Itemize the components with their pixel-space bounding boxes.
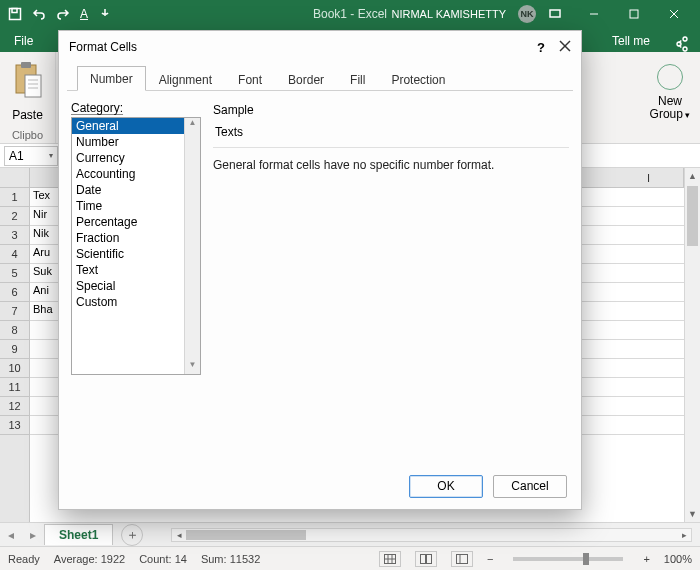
status-ready: Ready: [8, 553, 40, 565]
new-group-label-2[interactable]: Group: [650, 107, 683, 121]
minimize-button[interactable]: [574, 0, 614, 28]
zoom-level[interactable]: 100%: [664, 553, 692, 565]
status-sum-label: Sum:: [201, 553, 227, 565]
tell-me[interactable]: Tell me: [602, 30, 660, 52]
row-header[interactable]: 3: [0, 226, 29, 245]
status-count-value: 14: [175, 553, 187, 565]
cancel-button[interactable]: Cancel: [493, 475, 567, 498]
listbox-scrollbar[interactable]: ▲ ▼: [184, 118, 200, 374]
format-description: General format cells have no specific nu…: [213, 158, 569, 172]
row-header[interactable]: 6: [0, 283, 29, 302]
sheet-nav-next-icon[interactable]: ▸: [22, 528, 44, 542]
sheet-tab-bar: ◂ ▸ Sheet1 ＋ ◂ ▸: [0, 522, 700, 546]
zoom-slider[interactable]: [513, 557, 623, 561]
status-count-label: Count:: [139, 553, 171, 565]
category-item-special[interactable]: Special: [72, 278, 184, 294]
svg-rect-9: [25, 75, 41, 97]
category-item-general[interactable]: General: [72, 118, 184, 134]
redo-icon[interactable]: [56, 7, 70, 21]
dialog-help-button[interactable]: ?: [537, 40, 545, 55]
save-icon[interactable]: [8, 7, 22, 21]
category-item-currency[interactable]: Currency: [72, 150, 184, 166]
svg-rect-19: [456, 554, 467, 563]
file-tab[interactable]: File: [4, 30, 43, 52]
status-avg-value: 1922: [101, 553, 125, 565]
clipboard-group-label: Clipbo: [12, 127, 43, 141]
maximize-button[interactable]: [614, 0, 654, 28]
window-close-button[interactable]: [654, 0, 694, 28]
scrollbar-thumb[interactable]: [687, 186, 698, 246]
new-group-icon[interactable]: [657, 64, 683, 90]
paste-icon[interactable]: [11, 58, 45, 102]
tab-border[interactable]: Border: [275, 67, 337, 91]
category-label: Category:: [71, 101, 201, 115]
tab-fill[interactable]: Fill: [337, 67, 378, 91]
scroll-left-icon[interactable]: ◂: [172, 530, 186, 540]
zoom-out-icon[interactable]: −: [487, 553, 493, 565]
row-header[interactable]: 2: [0, 207, 29, 226]
svg-rect-1: [12, 9, 17, 13]
row-header[interactable]: 8: [0, 321, 29, 340]
row-header[interactable]: 7: [0, 302, 29, 321]
name-box[interactable]: A1 ▾: [4, 146, 58, 166]
row-header[interactable]: 9: [0, 340, 29, 359]
column-header[interactable]: I: [614, 168, 684, 187]
vertical-scrollbar[interactable]: ▲ ▼: [684, 168, 700, 522]
normal-view-icon[interactable]: [379, 551, 401, 567]
scroll-up-icon[interactable]: ▲: [685, 168, 700, 184]
tab-font[interactable]: Font: [225, 67, 275, 91]
tab-protection[interactable]: Protection: [378, 67, 458, 91]
sample-label: Sample: [213, 103, 569, 117]
category-listbox[interactable]: General Number Currency Accounting Date …: [71, 117, 201, 375]
scrollbar-thumb[interactable]: [186, 530, 306, 540]
window-title: Book1 - Excel: [313, 7, 387, 21]
avatar[interactable]: NK: [518, 5, 536, 23]
tab-number[interactable]: Number: [77, 66, 146, 91]
sheet-nav-prev-icon[interactable]: ◂: [0, 528, 22, 542]
scroll-down-icon[interactable]: ▼: [185, 360, 200, 374]
zoom-slider-knob[interactable]: [583, 553, 589, 565]
svg-rect-8: [21, 62, 31, 68]
svg-rect-2: [550, 10, 560, 17]
touch-mode-icon[interactable]: [98, 7, 112, 21]
undo-icon[interactable]: [32, 7, 46, 21]
row-headers[interactable]: 1 2 3 4 5 6 7 8 9 10 11 12 13: [0, 168, 30, 522]
category-item-number[interactable]: Number: [72, 134, 184, 150]
category-item-text[interactable]: Text: [72, 262, 184, 278]
name-box-value: A1: [9, 149, 24, 163]
status-sum-value: 11532: [230, 553, 261, 565]
sheet-tab[interactable]: Sheet1: [44, 524, 113, 545]
category-item-date[interactable]: Date: [72, 182, 184, 198]
status-avg-label: Average:: [54, 553, 98, 565]
category-item-custom[interactable]: Custom: [72, 294, 184, 310]
row-header[interactable]: 5: [0, 264, 29, 283]
new-sheet-button[interactable]: ＋: [121, 524, 143, 546]
page-layout-view-icon[interactable]: [415, 551, 437, 567]
tab-alignment[interactable]: Alignment: [146, 67, 225, 91]
row-header[interactable]: 10: [0, 359, 29, 378]
scroll-right-icon[interactable]: ▸: [677, 530, 691, 540]
horizontal-scrollbar[interactable]: ◂ ▸: [171, 528, 692, 542]
share-icon[interactable]: [660, 36, 700, 52]
category-item-percentage[interactable]: Percentage: [72, 214, 184, 230]
scroll-up-icon[interactable]: ▲: [185, 118, 200, 132]
page-break-view-icon[interactable]: [451, 551, 473, 567]
row-header[interactable]: 12: [0, 397, 29, 416]
ok-button[interactable]: OK: [409, 475, 483, 498]
svg-rect-4: [630, 10, 638, 18]
scroll-down-icon[interactable]: ▼: [685, 506, 700, 522]
row-header[interactable]: 13: [0, 416, 29, 435]
ribbon-display-icon[interactable]: [548, 7, 562, 21]
chevron-down-icon[interactable]: ▾: [49, 151, 53, 160]
row-header[interactable]: 1: [0, 188, 29, 207]
category-item-fraction[interactable]: Fraction: [72, 230, 184, 246]
paste-label[interactable]: Paste: [12, 108, 43, 122]
category-item-scientific[interactable]: Scientific: [72, 246, 184, 262]
category-item-time[interactable]: Time: [72, 198, 184, 214]
category-item-accounting[interactable]: Accounting: [72, 166, 184, 182]
dialog-close-button[interactable]: [559, 40, 571, 55]
zoom-in-icon[interactable]: +: [643, 553, 649, 565]
dialog-title: Format Cells: [69, 40, 137, 54]
row-header[interactable]: 11: [0, 378, 29, 397]
row-header[interactable]: 4: [0, 245, 29, 264]
